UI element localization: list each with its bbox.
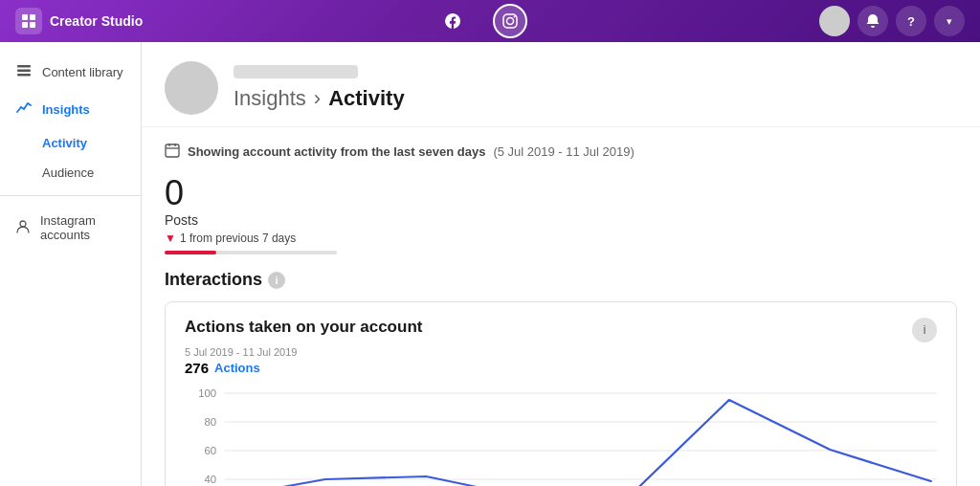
sidebar: Content library Insights Activity Audien… [0, 42, 142, 486]
progress-bar [165, 251, 337, 254]
breadcrumb-activity: Activity [328, 86, 404, 111]
svg-text:60: 60 [204, 445, 216, 456]
chart-area: 100 80 60 40 20 [185, 384, 937, 486]
content-body: Showing account activity from the last s… [142, 127, 980, 486]
breadcrumb-separator: › [314, 86, 321, 111]
app-icon [15, 8, 42, 34]
calendar-icon [165, 143, 180, 161]
chart-card: Actions taken on your account i 5 Jul 20… [165, 301, 957, 486]
date-range-label-light: (5 Jul 2019 - 11 Jul 2019) [493, 144, 634, 159]
instagram-accounts-icon [15, 219, 31, 237]
breadcrumb: Insights › Activity [234, 86, 405, 111]
chart-metric-row: 276 Actions [185, 360, 937, 376]
chart-info-button[interactable]: i [912, 318, 937, 342]
top-navigation: Creator Studio ? ▾ [0, 0, 980, 42]
svg-rect-9 [17, 74, 31, 77]
sidebar-item-audience[interactable]: Audience [0, 158, 141, 188]
question-icon: ? [907, 14, 915, 29]
svg-rect-1 [30, 14, 35, 20]
svg-rect-11 [166, 144, 179, 157]
chart-title: Actions taken on your account [185, 318, 422, 337]
svg-rect-0 [22, 14, 28, 20]
chart-date-range: 5 Jul 2019 - 11 Jul 2019 [185, 346, 937, 358]
posts-label: Posts [165, 212, 957, 228]
sidebar-item-activity[interactable]: Activity [0, 128, 141, 158]
nav-center [435, 4, 527, 38]
instagram-accounts-label: Instagram accounts [40, 213, 125, 242]
interactions-info-icon[interactable]: i [268, 272, 285, 289]
breadcrumb-insights: Insights [234, 86, 306, 111]
chart-metric-label: Actions [214, 361, 260, 375]
svg-text:100: 100 [198, 387, 216, 399]
chart-metric-num: 276 [185, 360, 209, 376]
svg-text:80: 80 [204, 416, 216, 428]
user-avatar[interactable] [819, 6, 850, 36]
content-library-label: Content library [42, 65, 123, 79]
notifications-button[interactable] [858, 6, 888, 36]
profile-info: Insights › Activity [234, 65, 405, 111]
profile-header: Insights › Activity [142, 42, 980, 127]
date-range-row: Showing account activity from the last s… [165, 143, 957, 161]
progress-bar-fill [165, 251, 216, 254]
insights-label: Insights [42, 102, 90, 117]
sidebar-divider [0, 195, 141, 196]
date-range-label-bold: Showing account activity from the last s… [188, 144, 485, 159]
stats-section: 0 Posts ▼ 1 from previous 7 days [165, 176, 957, 254]
activity-label: Activity [42, 136, 87, 150]
main-layout: Content library Insights Activity Audien… [0, 42, 980, 486]
content-area: Insights › Activity Showing accoun [142, 42, 980, 486]
svg-point-5 [506, 18, 513, 25]
sidebar-item-insights[interactable]: Insights [0, 91, 141, 128]
audience-label: Audience [42, 166, 94, 180]
interactions-title: Interactions [165, 270, 262, 290]
chevron-down-icon: ▾ [947, 15, 952, 28]
nav-left: Creator Studio [15, 8, 143, 34]
help-button[interactable]: ? [896, 6, 926, 36]
interactions-header: Interactions i [165, 270, 957, 290]
nav-right: ? ▾ [819, 6, 965, 36]
svg-point-10 [20, 221, 26, 227]
svg-rect-3 [30, 22, 35, 28]
change-text: 1 from previous 7 days [180, 232, 296, 245]
content-library-icon [15, 63, 33, 81]
posts-count: 0 [165, 176, 957, 210]
svg-rect-8 [17, 70, 31, 73]
profile-name-placeholder [234, 65, 358, 78]
svg-rect-2 [22, 22, 28, 28]
svg-point-6 [513, 16, 515, 18]
instagram-nav-button[interactable] [493, 4, 527, 38]
dropdown-button[interactable]: ▾ [934, 6, 965, 36]
insights-icon [15, 100, 33, 119]
app-name: Creator Studio [50, 13, 143, 29]
facebook-nav-button[interactable] [435, 4, 470, 38]
svg-text:40: 40 [204, 474, 216, 485]
chart-card-header: Actions taken on your account i [185, 318, 937, 342]
svg-rect-7 [17, 65, 31, 68]
profile-avatar [165, 61, 218, 115]
stat-change-row: ▼ 1 from previous 7 days [165, 232, 957, 245]
change-icon: ▼ [165, 232, 176, 245]
sidebar-item-instagram-accounts[interactable]: Instagram accounts [0, 204, 141, 252]
sidebar-item-content-library[interactable]: Content library [0, 54, 141, 91]
